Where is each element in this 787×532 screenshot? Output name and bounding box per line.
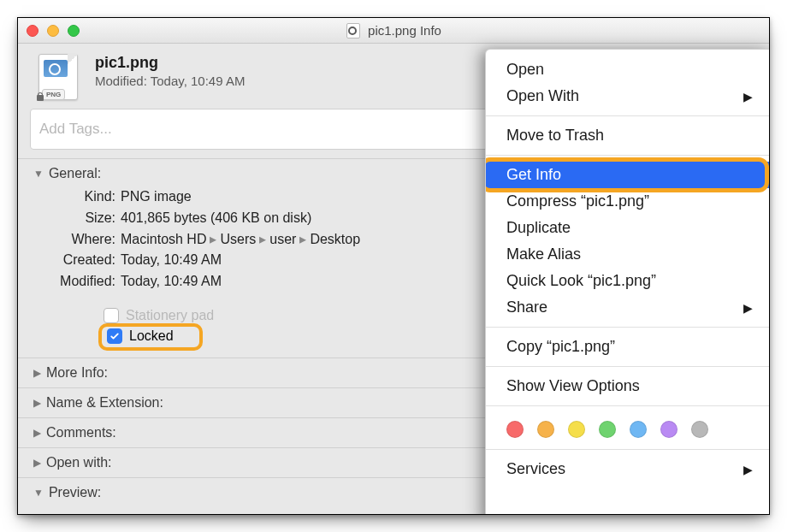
menu-open-label: Open [506,61,544,79]
zoom-window-button[interactable] [68,25,80,37]
tag-color-dot[interactable] [599,421,616,438]
check-icon [109,331,120,341]
disclosure-right-icon: ▶ [33,397,41,409]
menu-open-with-label: Open With [506,87,579,105]
file-icon: PNG [33,54,83,103]
menu-view-options-label: Show View Options [506,377,640,395]
window-title: pic1.png Info [368,23,441,38]
disclosure-down-icon: ▼ [33,168,44,180]
menu-tag-colors [486,412,770,443]
menu-separator [486,155,770,156]
tag-color-dot[interactable] [691,421,708,438]
where-label: Where: [33,229,115,251]
menu-copy[interactable]: Copy “pic1.png” [486,334,770,360]
menu-get-info[interactable]: Get Info [486,162,770,188]
titlebar: pic1.png Info [18,18,769,44]
menu-quick-look-label: Quick Look “pic1.png” [506,272,656,290]
menu-services-label: Services [506,460,565,478]
disclosure-right-icon: ▶ [33,367,41,379]
modified-label: Modified: [33,271,115,293]
file-name: pic1.png [95,54,158,72]
menu-move-to-trash[interactable]: Move to Trash [486,122,770,149]
comments-label: Comments: [46,425,116,440]
lock-icon [35,92,45,102]
preview-label: Preview: [49,485,101,500]
menu-make-alias[interactable]: Make Alias [486,241,770,268]
menu-duplicate[interactable]: Duplicate [486,215,770,241]
chevron-right-icon: ▶ [743,463,753,476]
minimize-window-button[interactable] [47,25,59,37]
menu-get-info-label: Get Info [506,166,561,184]
menu-separator [486,366,770,367]
menu-duplicate-label: Duplicate [506,219,571,237]
locked-checkbox[interactable] [107,328,122,344]
more-info-label: More Info: [46,365,108,381]
locked-label: Locked [129,328,174,344]
open-with-label: Open with: [46,455,111,470]
locked-highlight: Locked [98,323,203,351]
tag-color-dot[interactable] [630,421,647,438]
size-label: Size: [33,208,115,229]
tag-color-dot[interactable] [568,421,585,438]
context-menu: Open Open With ▶ Move to Trash Get Info … [485,49,770,515]
menu-quick-look[interactable]: Quick Look “pic1.png” [486,268,770,294]
chevron-right-icon: ▶ [743,301,753,315]
where-segment: Macintosh HD [121,232,206,246]
created-label: Created: [33,250,115,271]
menu-separator [486,115,770,116]
where-segment: user [269,232,296,246]
where-segment: Users [220,232,256,246]
chevron-right-icon: ▶ [743,90,753,103]
menu-separator [486,405,770,406]
menu-separator [486,449,770,450]
menu-copy-label: Copy “pic1.png” [506,338,615,356]
where-segment: Desktop [310,232,360,246]
menu-show-view-options[interactable]: Show View Options [486,373,770,399]
path-separator-icon: ▸ [299,232,306,246]
menu-share[interactable]: Share ▶ [486,294,770,321]
disclosure-right-icon: ▶ [33,457,41,469]
tag-color-dot[interactable] [506,421,524,438]
menu-trash-label: Move to Trash [506,127,604,145]
menu-separator [486,327,770,328]
disclosure-right-icon: ▶ [33,427,41,439]
window-controls [27,25,80,37]
path-separator-icon: ▸ [210,232,216,246]
section-general-label: General: [49,166,101,181]
menu-open-with[interactable]: Open With ▶ [486,83,770,109]
info-window: pic1.png Info PNG pic1.png 402 Modified:… [17,17,770,515]
kind-label: Kind: [33,186,115,208]
name-ext-label: Name & Extension: [46,395,163,411]
close-window-button[interactable] [27,25,38,37]
file-type-icon [346,23,361,38]
stationery-label: Stationery pad [126,308,214,323]
menu-services[interactable]: Services ▶ [486,456,770,482]
menu-share-label: Share [506,299,547,316]
menu-open[interactable]: Open [486,56,770,83]
stationery-checkbox[interactable] [104,308,119,323]
tag-color-dot[interactable] [660,421,678,438]
disclosure-down-icon: ▼ [33,487,44,499]
path-separator-icon: ▸ [259,232,266,246]
menu-compress-label: Compress “pic1.png” [506,192,649,210]
menu-compress[interactable]: Compress “pic1.png” [486,188,770,215]
tag-color-dot[interactable] [537,421,554,438]
menu-make-alias-label: Make Alias [506,245,581,263]
file-badge: PNG [42,89,65,100]
